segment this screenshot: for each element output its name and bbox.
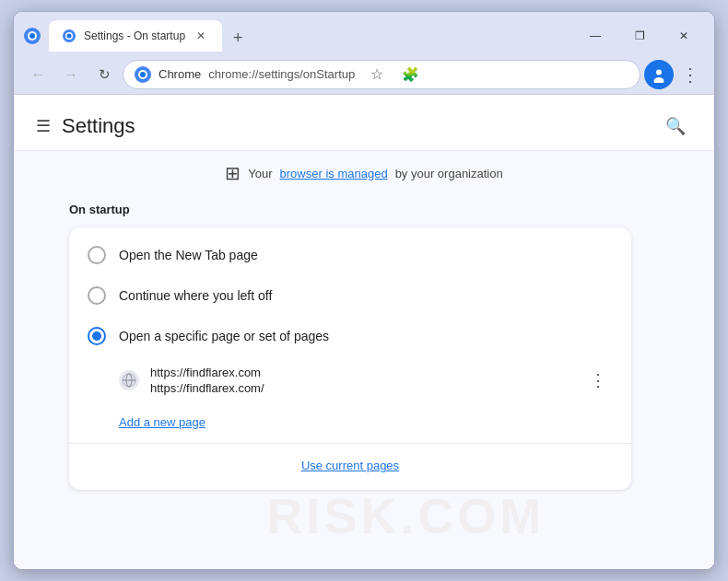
active-tab[interactable]: Settings - On startup ✕ bbox=[49, 20, 222, 52]
settings-search-button[interactable]: 🔍 bbox=[659, 110, 692, 143]
page-url-2: https://findflarex.com/ bbox=[150, 381, 572, 395]
managed-post-text: by your organization bbox=[395, 167, 503, 180]
tab-close-button[interactable]: ✕ bbox=[193, 28, 209, 44]
page-url-1: https://findflarex.com bbox=[150, 366, 572, 379]
page-more-button[interactable]: ⋮ bbox=[583, 366, 613, 395]
win-controls: — ❐ ✕ bbox=[574, 20, 705, 52]
chrome-brand: Chrome bbox=[159, 67, 201, 81]
address-bar[interactable]: Chrome chrome://settings/onStartup ☆ 🧩 bbox=[123, 60, 640, 89]
tab-favicon bbox=[62, 29, 76, 43]
extensions-button[interactable]: 🧩 bbox=[395, 60, 425, 89]
close-button[interactable]: ✕ bbox=[663, 20, 705, 52]
radio-label-new-tab: Open the New Tab page bbox=[119, 248, 258, 262]
svg-point-2 bbox=[29, 33, 35, 39]
managed-pre-text: Your bbox=[248, 167, 272, 180]
radio-circle-continue bbox=[88, 286, 106, 305]
settings-page-title: Settings bbox=[62, 114, 135, 138]
use-current-pages-link[interactable]: Use current pages bbox=[301, 459, 399, 472]
page-entry: https://findflarex.com https://findflare… bbox=[69, 356, 631, 404]
maximize-button[interactable]: ❐ bbox=[618, 20, 661, 52]
page-urls: https://findflarex.com https://findflare… bbox=[150, 366, 572, 395]
radio-label-specific: Open a specific page or set of pages bbox=[119, 329, 329, 343]
managed-icon: ⊞ bbox=[225, 162, 241, 184]
address-actions: ☆ 🧩 bbox=[362, 60, 425, 89]
radio-label-continue: Continue where you left off bbox=[119, 288, 272, 303]
managed-link[interactable]: browser is managed bbox=[280, 167, 388, 180]
radio-row-new-tab[interactable]: Open the New Tab page bbox=[69, 235, 631, 275]
radio-circle-specific bbox=[88, 327, 106, 345]
add-new-page-row: Add a new page bbox=[69, 404, 631, 439]
site-icon bbox=[135, 66, 151, 83]
minimize-button[interactable]: — bbox=[574, 20, 616, 52]
bookmark-button[interactable]: ☆ bbox=[362, 60, 392, 89]
settings-header: ☰ Settings 🔍 bbox=[14, 95, 714, 151]
url-text: chrome://settings/onStartup bbox=[208, 67, 355, 81]
tab-title: Settings - On startup bbox=[84, 29, 185, 42]
title-bar-left bbox=[23, 27, 41, 45]
startup-card: Open the New Tab page Continue where you… bbox=[69, 227, 631, 490]
radio-circle-new-tab bbox=[88, 246, 106, 264]
use-current-pages-row: Use current pages bbox=[69, 447, 631, 482]
radio-inner-specific bbox=[92, 331, 101, 341]
on-startup-title: On startup bbox=[69, 203, 659, 216]
tab-area: Settings - On startup ✕ + bbox=[49, 20, 574, 52]
add-new-page-link[interactable]: Add a new page bbox=[119, 415, 205, 429]
forward-button[interactable]: → bbox=[56, 60, 86, 89]
card-divider bbox=[69, 443, 631, 444]
managed-notice: ⊞ Your browser is managed by your organi… bbox=[14, 151, 714, 195]
svg-point-8 bbox=[140, 72, 146, 77]
profile-button[interactable] bbox=[644, 60, 674, 89]
title-bar: Settings - On startup ✕ + — ❐ ✕ bbox=[14, 12, 714, 54]
menu-button[interactable]: ⋮ bbox=[675, 60, 705, 89]
svg-point-5 bbox=[67, 34, 72, 39]
sidebar-menu-icon[interactable]: ☰ bbox=[36, 116, 51, 136]
page-content: ☰ Settings 🔍 ⊞ Your browser is managed b… bbox=[14, 95, 714, 569]
toolbar-right: ⋮ bbox=[644, 60, 705, 89]
reload-button[interactable]: ↻ bbox=[89, 60, 119, 89]
radio-row-continue[interactable]: Continue where you left off bbox=[69, 275, 631, 316]
page-favicon bbox=[119, 370, 139, 390]
radio-row-specific[interactable]: Open a specific page or set of pages bbox=[69, 316, 631, 356]
browser-window: Settings - On startup ✕ + — ❐ ✕ ← → ↻ Ch… bbox=[13, 11, 715, 570]
new-tab-button[interactable]: + bbox=[226, 25, 251, 52]
svg-point-10 bbox=[656, 69, 662, 75]
on-startup-section: On startup Open the New Tab page Continu… bbox=[14, 195, 714, 512]
back-button[interactable]: ← bbox=[23, 60, 53, 89]
toolbar: ← → ↻ Chrome chrome://settings/onStartup… bbox=[14, 54, 714, 95]
